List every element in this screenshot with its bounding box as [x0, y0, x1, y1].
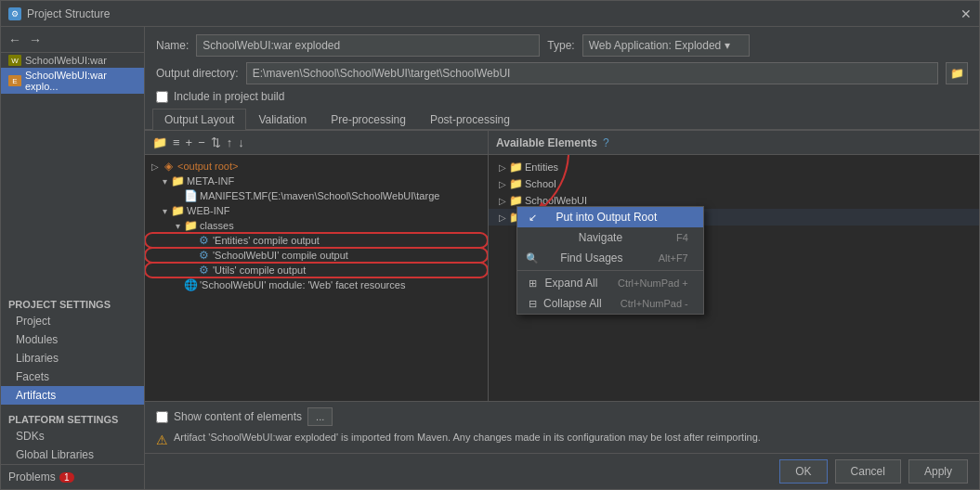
modules-label: Modules	[16, 333, 58, 346]
classes-folder-icon: 📁	[184, 219, 197, 232]
facets-label: Facets	[16, 370, 49, 383]
type-select[interactable]: Web Application: Exploded ▾	[582, 34, 750, 57]
name-row: Name: Type: Web Application: Exploded ▾	[145, 27, 979, 60]
sidebar-item-global-libraries[interactable]: Global Libraries	[1, 445, 144, 464]
sidebar-item-project[interactable]: Project	[1, 312, 144, 330]
artifact-exploded-item[interactable]: E SchoolWebUI:war explo...	[1, 68, 144, 94]
type-select-value: Web Application: Exploded	[589, 39, 722, 52]
tree-remove-btn[interactable]: −	[196, 135, 207, 149]
manifest-label: MANIFEST.MF(E:\maven\School\SchoolWebUI\…	[200, 190, 439, 201]
ok-button[interactable]: OK	[779, 459, 827, 484]
tree-folder-btn[interactable]: 📁	[150, 135, 169, 149]
tree-node-meta-inf[interactable]: ▾ 📁 META-INF	[145, 174, 488, 188]
expand-icon: ▷	[496, 179, 509, 189]
warning-text: Artifact 'SchoolWebUI:war exploded' is i…	[174, 432, 761, 443]
expand-icon: ▾	[171, 221, 184, 231]
school-folder-icon: 📁	[509, 177, 522, 190]
output-root-icon: ◈	[162, 160, 175, 173]
war-icon: W	[8, 55, 21, 66]
platform-settings-label: PLATFORM SETTINGS	[1, 405, 144, 427]
tab-validation[interactable]: Validation	[246, 109, 319, 130]
ctx-collapse-shortcut: Ctrl+NumPad -	[621, 298, 688, 309]
tree-down-btn[interactable]: ↓	[236, 135, 246, 149]
close-button[interactable]: ✕	[960, 6, 972, 21]
window-title: Project Structure	[27, 7, 110, 20]
manifest-file-icon: 📄	[184, 189, 197, 202]
include-checkbox[interactable]	[156, 91, 168, 103]
browse-folder-button[interactable]: 📁	[946, 62, 968, 84]
show-content-button[interactable]: ...	[307, 407, 333, 426]
tree-node-facet-resources[interactable]: 🌐 'SchoolWebUI' module: 'Web' facet reso…	[145, 277, 488, 292]
tree-node-web-inf[interactable]: ▾ 📁 WEB-INF	[145, 203, 488, 218]
tree-node-classes[interactable]: ▾ 📁 classes	[145, 218, 488, 233]
artifact-war-item[interactable]: W SchoolWebUI:war	[1, 53, 144, 68]
sidebar-item-artifacts[interactable]: Artifacts	[1, 386, 144, 405]
exploded-icon: E	[8, 75, 21, 86]
sidebar-toolbar: ← →	[1, 27, 144, 53]
forward-button[interactable]: →	[27, 32, 44, 47]
right-panel: Name: Type: Web Application: Exploded ▾ …	[145, 27, 979, 489]
tabs-bar: Output Layout Validation Pre-processing …	[145, 109, 979, 130]
tree-node-schoolwebui-compile[interactable]: ⚙ 'SchoolWebUI' compile output	[145, 248, 488, 263]
tree-list-btn[interactable]: ≡	[171, 135, 182, 149]
avail-item-entities[interactable]: ▷ 📁 Entities	[489, 159, 979, 175]
tree-add-btn[interactable]: +	[184, 135, 195, 149]
chevron-down-icon: ▾	[725, 39, 730, 52]
output-row: Output directory: 📁	[145, 60, 979, 88]
entities-label: Entities	[525, 161, 558, 173]
tree-node-entities-compile[interactable]: ⚙ 'Entities' compile output	[145, 233, 488, 248]
classes-label: classes	[200, 220, 234, 231]
tab-output-layout[interactable]: Output Layout	[152, 109, 246, 130]
tab-post-processing[interactable]: Post-processing	[418, 109, 522, 130]
ctx-navigate-shortcut: F4	[676, 232, 688, 243]
web-inf-label: WEB-INF	[187, 205, 229, 216]
schoolwebui-folder-icon: 📁	[509, 194, 522, 207]
expand-icon: ▷	[149, 161, 162, 172]
tab-pre-processing[interactable]: Pre-processing	[319, 109, 418, 130]
ctx-put-into-output-label: Put into Output Root	[556, 211, 658, 224]
available-elements-header: Available Elements ?	[489, 131, 979, 155]
ctx-find-shortcut: Alt+F7	[659, 252, 688, 264]
sidebar-item-modules[interactable]: Modules	[1, 330, 144, 349]
tree-up-btn[interactable]: ↑	[225, 135, 235, 149]
tree-sort-btn[interactable]: ⇅	[209, 135, 223, 149]
problems-section[interactable]: Problems 1	[1, 464, 144, 489]
ctx-navigate[interactable]: Navigate F4	[517, 227, 703, 248]
show-content-checkbox[interactable]	[156, 411, 168, 423]
output-input[interactable]	[246, 62, 938, 84]
libraries-label: Libraries	[16, 352, 59, 365]
dialog-bottom: OK Cancel Apply	[145, 453, 979, 489]
output-label: Output directory:	[156, 67, 239, 80]
problems-label: Problems	[8, 471, 56, 484]
avail-item-school[interactable]: ▷ 📁 School	[489, 175, 979, 192]
apply-button[interactable]: Apply	[908, 459, 968, 484]
entities-compile-label: 'Entities' compile output	[213, 235, 320, 246]
cancel-button[interactable]: Cancel	[835, 459, 901, 484]
facet-resources-icon: 🌐	[184, 278, 197, 291]
tree-node-manifest[interactable]: 📄 MANIFEST.MF(E:\maven\School\SchoolWebU…	[145, 188, 488, 203]
tree-node-output-root[interactable]: ▷ ◈ <output root>	[145, 159, 488, 174]
sidebar-item-facets[interactable]: Facets	[1, 368, 144, 386]
meta-inf-folder-icon: 📁	[171, 174, 184, 187]
expand-icon: ▾	[158, 176, 171, 187]
ctx-collapse-all[interactable]: ⊟ Collapse All Ctrl+NumPad -	[517, 293, 703, 314]
type-label: Type:	[547, 39, 574, 52]
context-menu: ↙ Put into Output Root Navigate F4 🔍	[516, 206, 704, 315]
entities-folder-icon: 📁	[509, 161, 522, 174]
tree-node-utils-compile[interactable]: ⚙ 'Utils' compile output	[145, 263, 488, 277]
put-into-output-icon: ↙	[525, 212, 540, 224]
ctx-find-usages[interactable]: 🔍 Find Usages Alt+F7	[517, 248, 703, 268]
expand-icon: ▷	[496, 213, 509, 223]
ctx-put-into-output[interactable]: ↙ Put into Output Root	[517, 207, 703, 227]
name-input[interactable]	[196, 34, 540, 57]
back-button[interactable]: ←	[7, 32, 23, 47]
sidebar-item-libraries[interactable]: Libraries	[1, 349, 144, 368]
tree-body: ▷ ◈ <output root> ▾ 📁 META-INF	[145, 155, 488, 401]
include-checkbox-row: Include in project build	[145, 88, 979, 109]
ctx-expand-all[interactable]: ⊞ Expand All Ctrl+NumPad +	[517, 273, 703, 293]
sidebar-item-sdks[interactable]: SDKs	[1, 427, 144, 445]
schoolwebui-compile-icon: ⚙	[197, 249, 210, 262]
ctx-expand-shortcut: Ctrl+NumPad +	[618, 277, 688, 289]
help-icon[interactable]: ?	[603, 136, 609, 149]
expand-icon: ▷	[496, 162, 509, 173]
